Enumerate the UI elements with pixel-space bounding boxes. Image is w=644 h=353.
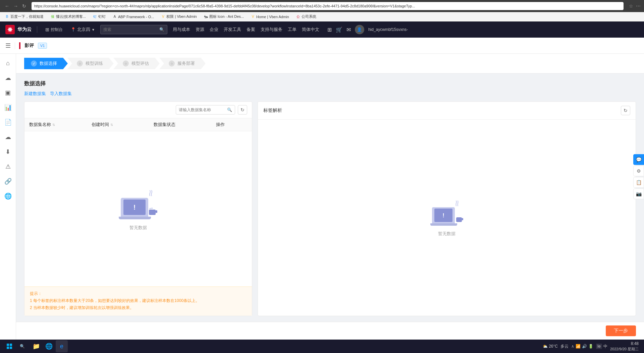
taskbar-item-folder[interactable]: 📁 xyxy=(30,340,42,352)
app-logo-bar xyxy=(19,42,20,49)
hw-location[interactable]: 📍 北京四 ▼ xyxy=(71,27,95,33)
sidebar-icon-global[interactable]: 🌐 xyxy=(1,189,15,203)
col-header-time: 创建时间 ⇅ xyxy=(92,122,154,128)
col-name-label: 数据集名称 xyxy=(29,122,51,128)
reload-button[interactable]: ↻ xyxy=(21,3,28,9)
laptop-screen: ! xyxy=(123,200,146,215)
bookmark-vben-home[interactable]: V Home | Vben Admin xyxy=(249,14,291,20)
step-1[interactable]: ✓ 数据选择 xyxy=(24,58,68,69)
browser-nav-arrows[interactable]: ← → ↻ xyxy=(3,3,28,9)
sidebar-icon-network[interactable]: 🔗 xyxy=(1,175,15,188)
hw-icon-grid[interactable]: ⊞ xyxy=(327,27,332,33)
system-tray: ⛅ 26°C 多云 ∧ 📶 🔊 🔋 Ie 中 8:48 2022/9/20 星期… xyxy=(543,341,641,352)
hw-nav-lang[interactable]: 简体中文 xyxy=(302,27,319,33)
hw-location-arrow: ▼ xyxy=(92,28,95,32)
right-panel-empty-text: 暂无数据 xyxy=(438,231,455,237)
taskbar-item-edge[interactable]: e xyxy=(56,340,68,352)
next-button[interactable]: 下一步 xyxy=(606,325,636,336)
bookmark-abp-icon: A xyxy=(112,14,117,19)
address-bar[interactable]: https://console.huaweicloud.com/mapro/?r… xyxy=(32,2,624,10)
browser-action-more[interactable]: ⋯ xyxy=(636,3,641,9)
taskbar-search[interactable]: 🔍 xyxy=(16,340,28,352)
step-4-label: 服务部署 xyxy=(177,60,195,67)
right-panel-header: 标签解析 ↻ xyxy=(258,102,636,120)
bookmarks-bar: B 百度一下，你就知道 懂 懂云|技术的博客... 钉 钉钉 A ABP Fra… xyxy=(0,12,644,21)
taskbar-time: 8:48 xyxy=(610,341,639,347)
taskbar-up-arrow[interactable]: ∧ xyxy=(571,344,574,349)
hw-icon-cart[interactable]: 🛒 xyxy=(336,27,342,33)
float-btn-chat[interactable]: 💬 xyxy=(633,154,644,165)
hw-location-text: 北京四 xyxy=(77,27,90,33)
forward-button[interactable]: → xyxy=(12,3,19,9)
hw-nav-cost[interactable]: 用与成本 xyxy=(173,27,190,33)
back-button[interactable]: ← xyxy=(3,3,11,9)
taskbar-weather-icon: ⛅ xyxy=(543,344,548,349)
table-empty-text: 暂无数据 xyxy=(129,225,147,231)
action-import-dataset[interactable]: 导入数据集 xyxy=(50,91,72,97)
sidebar-icon-home[interactable]: ⌂ xyxy=(1,56,15,70)
bookmark-company[interactable]: 公 公司系统 xyxy=(294,13,318,20)
browser-action-star[interactable]: ☆ xyxy=(629,3,633,9)
hw-nav-resource[interactable]: 资源 xyxy=(196,27,204,33)
page-title: 数据选择 xyxy=(24,80,636,87)
bookmark-company-icon: 公 xyxy=(296,14,301,19)
sidebar-icon-document[interactable]: 📄 xyxy=(1,116,15,129)
hw-nav-enterprise[interactable]: 企业 xyxy=(210,27,218,33)
bookmark-vben-auth[interactable]: V 权限 | Vben Admin xyxy=(159,13,199,20)
taskbar-speaker-icon[interactable]: 🔊 xyxy=(582,344,587,349)
taskbar-temp: 26°C xyxy=(549,344,558,349)
taskbar-item-browser[interactable]: 🌐 xyxy=(43,340,55,352)
sidebar-icon-cloud2[interactable]: ☁ xyxy=(1,130,15,144)
start-button[interactable] xyxy=(3,340,16,353)
search-input[interactable] xyxy=(179,107,226,112)
sidebar-icon-cloud[interactable]: ☁ xyxy=(1,71,15,85)
taskbar-weather: ⛅ 26°C xyxy=(543,344,558,349)
tip-item-2: 2 当样本数据较少时，建议增加训练轮次以增强训练效果。 xyxy=(30,304,247,312)
empty-illustration: ! xyxy=(118,187,158,221)
bookmark-dongyun[interactable]: 懂 懂云|技术的博客... xyxy=(48,13,88,20)
float-btn-clipboard[interactable]: 📋 xyxy=(633,177,644,188)
hw-user-id[interactable]: hid_aycwmbf15svxns- xyxy=(368,27,408,32)
col-header-name: 数据集名称 ⇅ xyxy=(29,122,92,128)
bookmark-abp[interactable]: A ABP Framework - O... xyxy=(110,14,156,20)
bookmark-antd[interactable]: 🐜 图标 Icon - Ant Des... xyxy=(202,13,246,20)
search-box[interactable]: 🔍 xyxy=(176,105,235,115)
bookmark-dingding[interactable]: 钉 钉钉 xyxy=(91,13,108,20)
search-icon[interactable]: 🔍 xyxy=(227,107,232,112)
table-refresh-btn[interactable]: ↻ xyxy=(238,105,247,115)
hw-search-input[interactable] xyxy=(103,27,158,32)
app-logo-divider xyxy=(15,42,15,49)
col-name-sort-icon[interactable]: ⇅ xyxy=(52,123,55,127)
step-3[interactable]: ○ 模型评估 xyxy=(113,58,160,69)
hw-user-avatar[interactable]: 👤 xyxy=(355,25,364,34)
hw-nav-record[interactable]: 备案 xyxy=(247,27,255,33)
svg-rect-2 xyxy=(456,217,462,222)
action-new-dataset[interactable]: 新建数据集 xyxy=(24,91,46,97)
float-btn-settings[interactable]: ⚙ xyxy=(633,166,644,176)
hw-nav-support[interactable]: 支持与服务 xyxy=(261,27,282,33)
bookmark-company-label: 公司系统 xyxy=(302,14,316,19)
hw-nav-dev[interactable]: 开发工具 xyxy=(224,27,241,33)
hw-nav-ticket[interactable]: 工单 xyxy=(288,27,297,33)
svg-rect-0 xyxy=(149,210,156,215)
hw-search[interactable]: 🔍 xyxy=(100,25,167,34)
bookmark-baidu[interactable]: B 百度一下，你就知道 xyxy=(3,13,46,20)
sidebar-icon-monitor[interactable]: 📊 xyxy=(1,101,15,114)
sidebar-icon-server[interactable]: ▣ xyxy=(1,86,15,99)
sidebar-icon-warning[interactable]: ⚠ xyxy=(1,160,15,173)
svg-rect-5 xyxy=(10,344,12,346)
taskbar-lang-zh[interactable]: 中 xyxy=(603,344,607,349)
hw-console-link[interactable]: ⊞ 控制台 xyxy=(43,26,65,34)
step-1-icon: ✓ xyxy=(31,60,37,67)
hw-icon-message[interactable]: ✉ xyxy=(346,27,351,33)
app-menu-icon[interactable]: ☰ xyxy=(5,42,11,49)
taskbar-date: 2022/9/20 星期二 xyxy=(610,347,639,352)
bookmark-baidu-label: 百度一下，你就知道 xyxy=(10,14,44,19)
col-time-sort-icon[interactable]: ⇅ xyxy=(110,123,113,127)
step-2[interactable]: ○ 模型训练 xyxy=(67,58,114,69)
float-btn-camera[interactable]: 📷 xyxy=(633,188,644,199)
browser-chrome: ← → ↻ https://console.huaweicloud.com/ma… xyxy=(0,0,644,12)
right-panel-refresh-btn[interactable]: ↻ xyxy=(621,106,630,115)
step-4[interactable]: ○ 服务部署 xyxy=(159,58,206,69)
sidebar-icon-download[interactable]: ⬇ xyxy=(1,145,15,159)
